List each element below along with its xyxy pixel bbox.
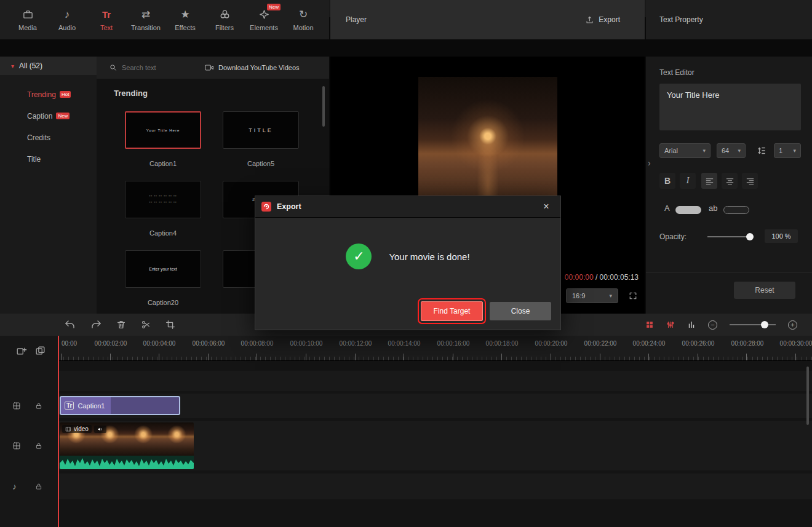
delete-button[interactable] [116,319,127,330]
transition-icon: ⇄ [141,9,150,21]
text-editor-label: Text Editor [659,68,695,77]
tab-media[interactable]: Media [9,0,47,39]
reset-button[interactable]: Reset [734,282,795,299]
add-track-button[interactable] [16,346,27,357]
search-input[interactable] [122,64,189,71]
sidebar-item-trending[interactable]: Trending Hot [0,84,97,105]
sidebar-item-title[interactable]: Title [0,148,97,170]
ruler-timestamp: 00:00:16:00 [437,340,470,347]
search-icon [109,63,117,72]
video-clip[interactable]: video [60,422,194,469]
tab-text[interactable]: Tr Text [87,0,125,39]
crop-button[interactable] [165,319,176,330]
chevron-down-icon: ▾ [609,293,612,299]
split-button[interactable] [140,319,151,330]
template-caption20[interactable]: Enter your text [125,250,201,288]
align-left-button[interactable] [701,173,717,189]
motion-icon: ↻ [299,9,308,21]
undo-button[interactable] [64,319,76,330]
red-sliders-button[interactable] [666,320,675,329]
lock-icon[interactable] [35,442,42,450]
ruler-timestamp: 00:00:24:00 [633,340,666,347]
align-center-button[interactable] [722,173,738,189]
lock-icon[interactable] [35,482,42,491]
export-dialog-body: ✓ Your movie is done! [255,244,560,269]
italic-button[interactable]: I [680,173,696,189]
line-spacing-select[interactable]: 1 ▾ [774,143,801,158]
align-right-button[interactable] [742,173,758,189]
tab-elements[interactable]: New Elements [245,0,283,39]
tab-audio[interactable]: ♪ Audio [48,0,86,39]
fullscreen-button[interactable] [628,291,638,301]
template-label: Caption4 [125,229,201,237]
timeline-ruler[interactable]: 00:00 00:00:02:00 00:00:04:00 00:00:06:0… [58,336,812,361]
export-button[interactable]: Export [585,15,620,25]
playhead[interactable] [58,336,59,527]
opacity-slider-thumb[interactable] [746,233,754,240]
export-label: Export [599,15,620,24]
ruler-timestamp: 00:00:12:00 [340,340,372,347]
equalizer-button[interactable] [687,320,696,329]
template-preview: Your Title Here [146,129,180,132]
lock-icon[interactable] [35,402,42,410]
ruler-timestamp: 00:00:18:00 [486,340,519,347]
success-check-icon: ✓ [346,244,372,269]
tab-filters[interactable]: Filters [205,0,244,39]
outline-color-swatch[interactable] [723,206,749,214]
collapse-panel-chevron-icon[interactable]: › [648,158,651,168]
search-box[interactable] [97,63,204,72]
dialog-close-icon[interactable]: × [539,200,553,213]
templates-scrollbar[interactable] [322,86,325,127]
film-icon [65,426,71,432]
template-caption5[interactable]: TITLE [223,111,299,149]
video-camera-icon [204,63,214,72]
export-dialog-title: Export [277,202,301,211]
template-caption1[interactable]: Your Title Here [125,111,201,149]
find-target-button[interactable]: Find Target [421,301,483,321]
opacity-slider[interactable] [707,236,752,237]
red-grid-button[interactable] [645,320,654,329]
zoom-out-button[interactable]: − [708,320,717,330]
manage-track-button[interactable] [35,346,46,357]
ruler-timestamp: 00:00:02:00 [95,340,127,347]
fill-color-swatch[interactable] [675,206,701,214]
category-filter-dropdown[interactable]: ▾ All (52) [0,57,97,75]
font-size-value: 64 [722,147,729,154]
dialog-close-button[interactable]: Close [490,302,551,320]
opacity-value: 100 % [765,229,798,243]
timeline-zoom-slider[interactable] [730,324,776,325]
zoom-slider-thumb[interactable] [761,321,768,328]
download-youtube-button[interactable]: Download YouTube Videos [204,63,300,72]
sliders-red-icon [666,320,675,329]
tab-label: Elements [250,24,278,31]
line-spacing-icon[interactable] [755,145,766,156]
sidebar-item-caption[interactable]: Caption New [0,105,97,127]
zoom-in-button[interactable]: + [788,320,797,330]
timeline-scrollbar[interactable] [806,367,809,425]
scissors-icon [140,319,151,330]
font-size-select[interactable]: 64 ▾ [717,143,746,158]
bold-button[interactable]: B [659,173,675,189]
playback-time: 00:00:00 / 00:00:05:13 [565,273,639,282]
clip-audio-toggle[interactable] [94,426,106,433]
new-badge: New [56,113,70,119]
chevron-down-icon: ▾ [793,148,796,154]
export-dialog-header: Export × [255,196,560,218]
caption-clip[interactable]: Tr Caption1 [60,396,180,415]
tab-effects[interactable]: ★ Effects [166,0,204,39]
template-preview: Enter your text [149,267,177,271]
tab-label: Text [100,24,113,31]
template-caption4[interactable]: "" "" "" "" "" "" "" "" "" "" "" "" [125,181,201,218]
tab-motion[interactable]: ↻ Motion [284,0,322,39]
sidebar-item-label: Credits [27,133,50,142]
aspect-ratio-select[interactable]: 16:9 ▾ [566,288,618,303]
redo-button[interactable] [90,319,102,330]
caption-clip-label: Caption1 [78,402,105,410]
sidebar-item-credits[interactable]: Credits [0,127,97,148]
ruler-timestamp: 00:00:14:00 [388,340,421,347]
tab-label: Motion [293,24,313,31]
text-property-header: Text Property [646,0,812,39]
font-family-select[interactable]: Arial ▾ [659,143,710,158]
text-editor-input[interactable]: Your Title Here [659,84,801,130]
tab-transition[interactable]: ⇄ Transition [127,0,165,39]
